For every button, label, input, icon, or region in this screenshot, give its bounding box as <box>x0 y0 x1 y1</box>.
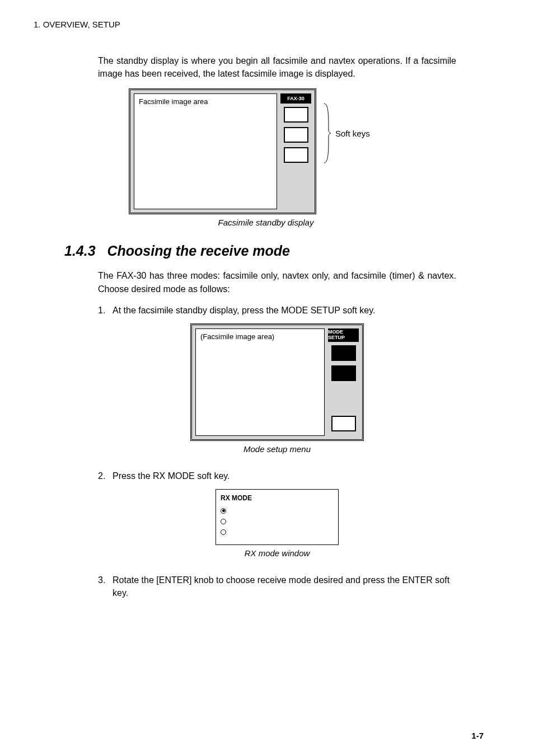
section-paragraph: The FAX-30 has three modes: facsimile on… <box>98 269 456 295</box>
softkey-return[interactable]: RETURN <box>331 416 356 431</box>
step-2: 2. Press the RX MODE soft key. <box>98 469 456 482</box>
step-2-number: 2. <box>98 469 113 482</box>
rx-option-fax-label: FAX <box>229 505 242 516</box>
step-3-number: 3. <box>98 574 113 599</box>
figure-mode-setup: (Facsimile image area) MODE SETUP RX MOD… <box>190 323 364 441</box>
figure-standby-display: Facsimile image area FAX-30 WX FAX NAVTE… <box>129 88 456 214</box>
display-frame-2: (Facsimile image area) MODE SETUP RX MOD… <box>190 323 364 441</box>
softkey-wxfax[interactable]: WX FAX <box>284 107 308 123</box>
rx-option-fax[interactable]: FAX <box>221 505 334 516</box>
display-frame: Facsimile image area FAX-30 WX FAX NAVTE… <box>129 88 316 214</box>
facsimile-image-area-2: (Facsimile image area) <box>195 328 325 436</box>
softkey-navtex[interactable]: NAVTEX <box>284 127 308 143</box>
radio-unselected-icon <box>221 529 226 535</box>
rx-option-faxtimer-navtex-label: FAX(TIMER)&NAVTEX <box>229 527 298 538</box>
step-1: 1. At the facsimile standby display, pre… <box>98 304 456 317</box>
rx-option-faxtimer-navtex[interactable]: FAX(TIMER)&NAVTEX <box>221 527 334 538</box>
figure2-caption: Mode setup menu <box>98 444 456 454</box>
step-2-text: Press the RX MODE soft key. <box>113 469 456 482</box>
radio-unselected-icon <box>221 519 226 524</box>
rx-window-caption: RX mode window <box>98 548 456 558</box>
main-content: The standby display is where you begin a… <box>98 54 456 599</box>
softkey-column: FAX-30 WX FAX NAVTEX MODE SETUP <box>280 93 311 209</box>
display-title-pill-2: MODE SETUP <box>328 328 359 342</box>
page-header-path: 1. OVERVIEW, SETUP <box>34 20 484 29</box>
softkeys-label-text: Soft keys <box>335 129 370 138</box>
step-1-text: At the facsimile standby display, press … <box>113 304 456 317</box>
step-1-number: 1. <box>98 304 113 317</box>
softkey-timer-setup[interactable]: TIMER SETUP <box>331 365 356 381</box>
rx-mode-title: RX MODE <box>221 494 334 502</box>
step-3-text: Rotate the [ENTER] knob to choose receiv… <box>113 574 456 599</box>
facsimile-image-area: Facsimile image area <box>134 93 277 209</box>
section-heading: 1.4.3 Choosing the receive mode <box>64 243 456 259</box>
figure1-caption: Facsimile standby display <box>76 218 456 227</box>
section-number: 1.4.3 <box>64 243 96 259</box>
intro-paragraph: The standby display is where you begin a… <box>98 54 456 80</box>
softkey-mode-setup[interactable]: MODE SETUP <box>284 147 308 163</box>
rx-option-navtex[interactable]: NAVTEX <box>221 516 334 527</box>
brace-icon <box>323 102 331 164</box>
softkeys-brace-label: Soft keys <box>323 100 370 167</box>
softkey-rxmode[interactable]: RX MODE <box>331 345 356 361</box>
softkey-column-2: MODE SETUP RX MODE TIMER SETUP RETURN <box>328 328 359 436</box>
rx-option-navtex-label: NAVTEX <box>229 516 256 527</box>
rx-mode-window: RX MODE FAX NAVTEX FAX(TIMER)&NAVTEX <box>216 489 339 545</box>
page-number: 1-7 <box>471 731 484 740</box>
step-3: 3. Rotate the [ENTER] knob to choose rec… <box>98 574 456 599</box>
section-title-text: Choosing the receive mode <box>107 243 289 259</box>
radio-selected-icon <box>221 508 226 514</box>
display-title-pill: FAX-30 <box>280 93 311 104</box>
